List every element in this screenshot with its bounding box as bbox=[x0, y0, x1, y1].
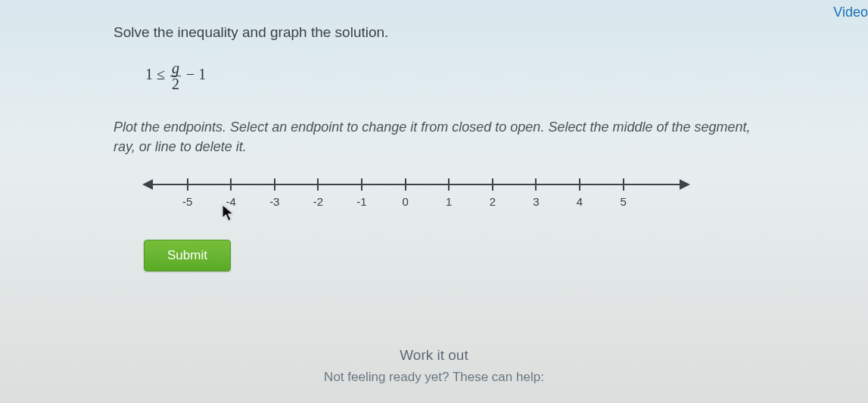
arrow-right-icon bbox=[680, 179, 690, 190]
tick[interactable] bbox=[274, 178, 275, 191]
tick[interactable] bbox=[535, 178, 537, 191]
tick-label: -5 bbox=[182, 195, 192, 208]
inequality-op: ≤ bbox=[157, 66, 165, 82]
tick-label: 0 bbox=[402, 195, 408, 208]
tick[interactable] bbox=[187, 178, 188, 191]
inequality-tail: − 1 bbox=[186, 66, 206, 82]
tick[interactable] bbox=[317, 178, 319, 191]
tick[interactable] bbox=[448, 178, 450, 191]
work-it-out-heading: Work it out bbox=[0, 347, 868, 364]
axis-line[interactable] bbox=[144, 184, 689, 185]
submit-button[interactable]: Submit bbox=[144, 240, 231, 271]
plot-instructions: Plot the endpoints. Select an endpoint t… bbox=[114, 117, 754, 157]
tick-label: 1 bbox=[446, 195, 452, 208]
video-link[interactable]: Video bbox=[833, 5, 868, 20]
inequality-expression: 1 ≤ g 2 − 1 bbox=[145, 60, 754, 91]
tick[interactable] bbox=[361, 178, 362, 191]
fraction-numerator: g bbox=[170, 60, 181, 76]
tick[interactable] bbox=[623, 178, 624, 191]
tick-label: 4 bbox=[577, 195, 583, 208]
question-prompt: Solve the inequality and graph the solut… bbox=[114, 24, 754, 41]
tick-label: 2 bbox=[490, 195, 496, 208]
number-line[interactable]: -5-4-3-2-1012345 bbox=[144, 170, 689, 215]
tick-label: -3 bbox=[269, 195, 279, 208]
inequality-fraction: g 2 bbox=[170, 60, 181, 91]
not-ready-text: Not feeling ready yet? These can help: bbox=[0, 370, 868, 385]
fraction-denominator: 2 bbox=[170, 76, 181, 91]
tick-label: -4 bbox=[226, 195, 236, 208]
inequality-lhs: 1 bbox=[145, 66, 153, 82]
tick-label: -2 bbox=[313, 195, 323, 208]
tick[interactable] bbox=[492, 178, 493, 191]
tick[interactable] bbox=[579, 178, 580, 191]
footer: Work it out Not feeling ready yet? These… bbox=[0, 347, 868, 385]
tick[interactable] bbox=[230, 178, 232, 191]
tick-label: 5 bbox=[620, 195, 626, 208]
tick-label: -1 bbox=[356, 195, 366, 208]
tick-label: 3 bbox=[533, 195, 539, 208]
tick[interactable] bbox=[405, 178, 406, 191]
